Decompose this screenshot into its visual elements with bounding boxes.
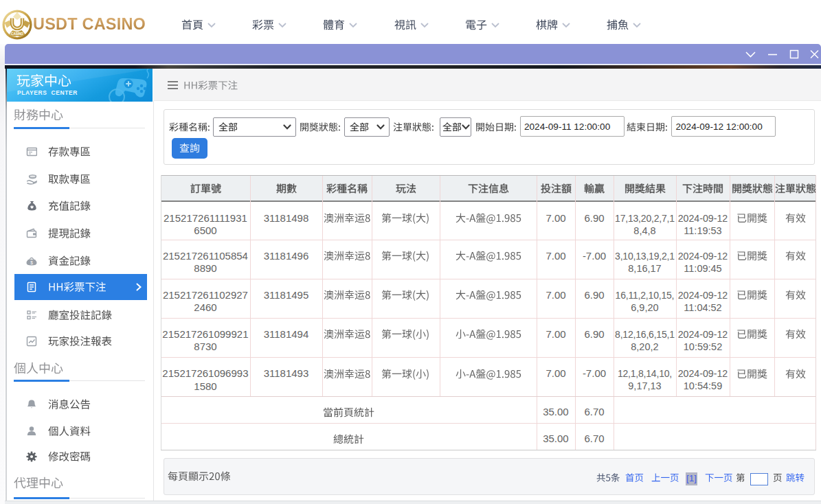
- svg-text:$: $: [30, 260, 33, 264]
- svg-text:CASINO: CASINO: [11, 32, 23, 36]
